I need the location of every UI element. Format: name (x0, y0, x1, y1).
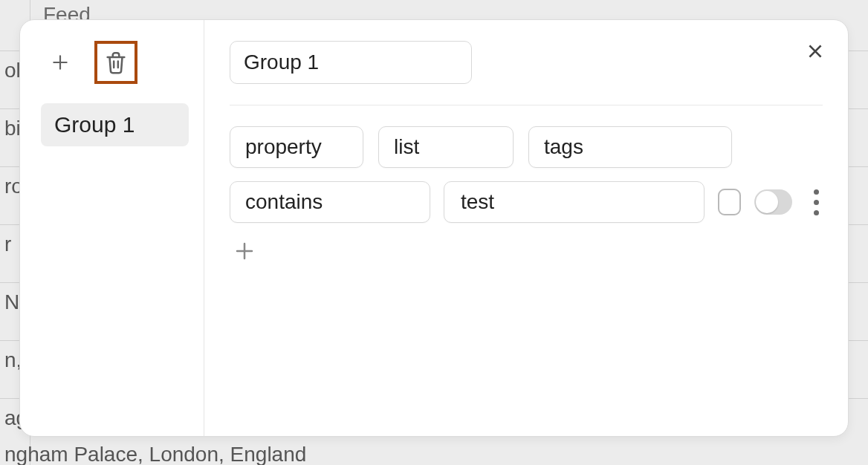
rule-checkbox[interactable] (718, 189, 741, 215)
rule-kind-select[interactable]: property (230, 126, 363, 168)
add-rule-button[interactable] (230, 236, 259, 266)
rule-field-select[interactable]: tags (528, 126, 732, 168)
rule-kind-label: property (245, 135, 322, 159)
rule-row-2: contains (230, 181, 823, 223)
rule-operator-select[interactable]: contains (230, 181, 430, 223)
rule-subkind-select[interactable]: list (378, 126, 514, 168)
close-button[interactable] (800, 36, 830, 66)
dots-icon (814, 189, 819, 195)
plus-icon (51, 53, 70, 72)
add-group-button[interactable] (45, 48, 75, 77)
delete-group-button[interactable] (94, 41, 137, 84)
dialog-sidebar: Group 1 (20, 20, 204, 436)
toggle-knob (756, 191, 778, 213)
close-icon (806, 42, 825, 61)
rule-value-input[interactable] (459, 189, 689, 215)
rule-row-1: property list tags (230, 126, 823, 168)
sidebar-item-group[interactable]: Group 1 (41, 103, 189, 146)
divider (230, 105, 823, 105)
rule-toggle[interactable] (754, 189, 792, 215)
rule-value-chip[interactable] (444, 181, 705, 223)
bg-bottom-line: ngham Palace, London, England (0, 435, 868, 465)
plus-icon (233, 240, 256, 262)
dialog-main: property list tags contains (204, 20, 848, 436)
filter-dialog: Group 1 property list tags contains (19, 19, 849, 437)
dots-icon (814, 210, 819, 215)
trash-icon (103, 50, 129, 75)
rule-options-menu[interactable] (810, 187, 823, 217)
rule-subkind-label: list (394, 135, 419, 159)
dots-icon (814, 200, 819, 205)
sidebar-item-label: Group 1 (54, 112, 135, 137)
group-name-input[interactable] (230, 41, 472, 84)
rule-field-label: tags (544, 135, 583, 159)
rule-operator-label: contains (245, 190, 323, 214)
